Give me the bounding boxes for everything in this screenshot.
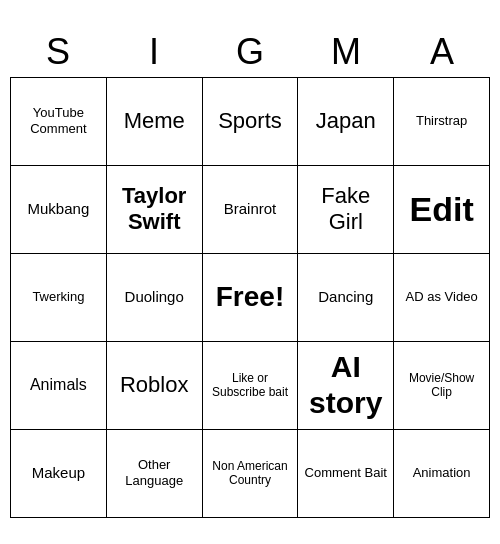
cell-free[interactable]: Free! [203,254,299,342]
cell-dancing[interactable]: Dancing [298,254,394,342]
header-a: A [394,27,490,77]
header-m: M [298,27,394,77]
bingo-card: S I G M A YouTube Comment Meme Sports Ja… [10,27,490,518]
cell-thirstrap[interactable]: Thirstrap [394,78,490,166]
cell-twerking[interactable]: Twerking [11,254,107,342]
cell-edit[interactable]: Edit [394,166,490,254]
cell-non-american[interactable]: Non American Country [203,430,299,518]
cell-comment-bait[interactable]: Comment Bait [298,430,394,518]
cell-taylor-swift[interactable]: Taylor Swift [107,166,203,254]
cell-brainrot[interactable]: Brainrot [203,166,299,254]
cell-roblox[interactable]: Roblox [107,342,203,430]
cell-ai-story[interactable]: AI story [298,342,394,430]
cell-meme[interactable]: Meme [107,78,203,166]
cell-duolingo[interactable]: Duolingo [107,254,203,342]
header-s: S [10,27,106,77]
cell-youtube-comment[interactable]: YouTube Comment [11,78,107,166]
cell-makeup[interactable]: Makeup [11,430,107,518]
cell-mukbang[interactable]: Mukbang [11,166,107,254]
cell-animals[interactable]: Animals [11,342,107,430]
cell-fake-girl[interactable]: Fake Girl [298,166,394,254]
bingo-header: S I G M A [10,27,490,77]
header-i: I [106,27,202,77]
header-g: G [202,27,298,77]
cell-ad-as-video[interactable]: AD as Video [394,254,490,342]
cell-sports[interactable]: Sports [203,78,299,166]
cell-animation[interactable]: Animation [394,430,490,518]
cell-other-language[interactable]: Other Language [107,430,203,518]
cell-japan[interactable]: Japan [298,78,394,166]
bingo-grid: YouTube Comment Meme Sports Japan Thirst… [10,77,490,518]
cell-movie-show[interactable]: Movie/Show Clip [394,342,490,430]
cell-like-subscribe[interactable]: Like or Subscribe bait [203,342,299,430]
